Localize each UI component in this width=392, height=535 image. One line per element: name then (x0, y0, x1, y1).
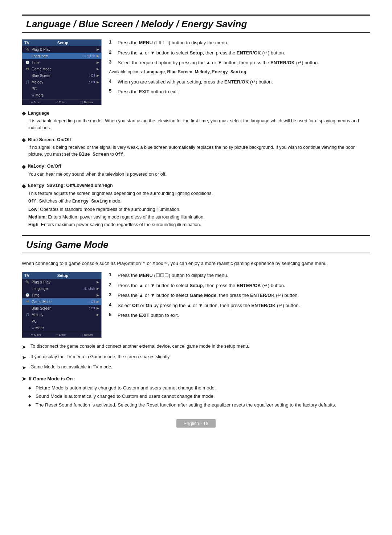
menu2-row-language: Language : English ▶ (22, 285, 101, 292)
menu2-row-more: ▽ More (22, 324, 101, 331)
note3: ➤ Game Mode is not available in TV mode. (22, 364, 370, 372)
section2: Using Game Mode When connecting to a gam… (22, 235, 370, 409)
step2-4: 4 Select Off or On by pressing the ▲ or … (109, 302, 370, 309)
section2-steps: 1 Press the MENU (☐☐☐) button to display… (109, 272, 370, 338)
menu-row-gamemode1: 🎮 Game Mode ▶ (22, 66, 101, 72)
bullet-language: ◆ Language It is variable depending on t… (22, 110, 370, 132)
section1-menu-header: TV Setup (22, 40, 101, 46)
if-game-mode-title: If Game Mode is On : (29, 376, 75, 381)
menu-row-bluescreen1: Blue Screen : Off ▶ (22, 72, 101, 79)
if-game-mode-section: ➤ If Game Mode is On : Picture Mode is a… (22, 376, 370, 409)
note2: ➤ If you display the TV menu in Game mod… (22, 354, 370, 362)
if-game-mode-list: Picture Mode is automatically changed to… (28, 384, 370, 409)
if-game-item2: Sound Mode is automatically changed to C… (28, 393, 370, 400)
step2-1: 1 Press the MENU (☐☐☐) button to display… (109, 272, 370, 279)
menu-header-center: Setup (44, 41, 82, 45)
bullet-bluescreen: ◆ Blue Screen: On/Off If no signal is be… (22, 137, 370, 159)
step1-1: 1 Press the MENU (☐☐☐) button to display… (109, 39, 370, 46)
section1-header: Language / Blue Screen / Melody / Energy… (22, 15, 370, 33)
bullet-melody: ◆ Melody: On/Off You can hear melody sou… (22, 164, 370, 178)
section2-menu-header: TV Setup (22, 272, 101, 279)
section2-menu-footer: ⇦ Move ↵ Enter ⬚ Return (22, 332, 101, 338)
page-number: English - 18 (176, 419, 216, 428)
step1-5: 5 Press the EXIT button to exit. (109, 88, 370, 95)
menu2-row-time: 🕐 Time ▶ (22, 292, 101, 298)
section1-steps: 1 Press the MENU (☐☐☐) button to display… (109, 39, 370, 105)
menu-header-left: TV (22, 41, 44, 45)
section1: Language / Blue Screen / Melody / Energy… (22, 15, 370, 229)
menu-row-plugplay: 🔌 Plug & Play ▶ (22, 46, 101, 53)
if-game-item1: Picture Mode is automatically changed to… (28, 384, 370, 392)
menu2-row-melody: 🎵 Melody ▶ (22, 311, 101, 318)
section2-intro: When connecting to a game console such a… (22, 260, 370, 267)
note1: ➤ To disconnect the game console and con… (22, 343, 370, 351)
section1-instruction-area: TV Setup 🔌 Plug & Play ▶ Language : Engl… (22, 39, 370, 105)
step1-2: 2 Press the ▲ or ▼ button to select Setu… (109, 49, 370, 57)
menu2-row-bluescreen: Blue Screen : Off ▶ (22, 305, 101, 311)
section2-menu-rows: 🔌 Plug & Play ▶ Language : English ▶ 🕐 T… (22, 279, 101, 331)
section1-menu-rows: 🔌 Plug & Play ▶ Language : English ▶ 🕐 T… (22, 46, 101, 98)
section2-tv-menu: TV Setup 🔌 Plug & Play ▶ Language : Engl… (22, 272, 102, 338)
plug-icon: 🔌 (24, 47, 30, 52)
step2-3: 3 Press the ▲ or ▼ button to select Game… (109, 292, 370, 299)
section2-instruction-area: TV Setup 🔌 Plug & Play ▶ Language : Engl… (22, 272, 370, 338)
menu-row-more1: ▽ More (22, 92, 101, 98)
section1-menu-footer: ⇦ Move ↵ Enter ⬚ Return (22, 99, 101, 105)
step2-2: 2 Press the ▲ or ▼ button to select Setu… (109, 282, 370, 289)
bullet-energysaving: ◆ Energy Saving: Off/Low/Medium/High Thi… (22, 183, 370, 229)
menu-row-time: 🕐 Time ▶ (22, 59, 101, 66)
step2-5: 5 Press the EXIT button to exit. (109, 312, 370, 319)
section2-title: Using Game Mode (26, 239, 370, 250)
if-game-arrow-icon: ➤ (22, 376, 26, 382)
menu-row-pc1: PC (22, 85, 101, 92)
available-options: Available options: Language, Blue Screen… (109, 69, 370, 75)
step1-3: 3 Select the required option by pressing… (109, 59, 370, 66)
menu2-row-plugplay: 🔌 Plug & Play ▶ (22, 279, 101, 285)
step1-4: 4 When you are satisfied with your setti… (109, 78, 370, 86)
section1-tv-menu: TV Setup 🔌 Plug & Play ▶ Language : Engl… (22, 39, 102, 105)
menu2-row-gamemode: 🎮 Game Mode : Off ▶ (22, 298, 101, 305)
menu2-row-pc: PC (22, 318, 101, 324)
if-game-item3: The Reset Sound function is activated. S… (28, 401, 370, 409)
menu-row-melody1: 🎵 Melody : Off ▶ (22, 79, 101, 85)
section2-notes: ➤ To disconnect the game console and con… (22, 343, 370, 372)
section2-header: Using Game Mode (22, 235, 370, 253)
page-footer: English - 18 (22, 419, 370, 428)
section1-title: Language / Blue Screen / Melody / Energy… (26, 19, 370, 30)
plugplay-label: Plug & Play (32, 48, 95, 52)
menu-row-language: Language : English ▶ (22, 53, 101, 59)
